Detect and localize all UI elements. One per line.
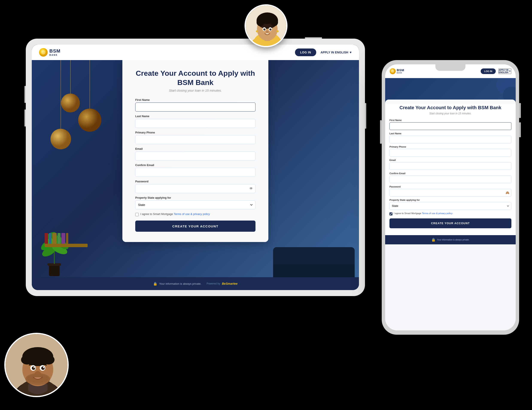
tablet-device: BSM BANK LOG IN APPLY IN ENGLISH ▼ Creat…	[26, 39, 365, 296]
tablet-confirm-email-input[interactable]	[135, 168, 256, 177]
svg-point-12	[263, 28, 266, 30]
phone-logo-icon	[390, 68, 396, 75]
tablet-create-account-button[interactable]: CREATE YOUR ACCOUNT	[135, 221, 256, 232]
svg-point-14	[265, 28, 265, 29]
svg-point-55	[32, 366, 35, 370]
tablet-screen: BSM BANK LOG IN APPLY IN ENGLISH ▼ Creat…	[32, 45, 359, 290]
svg-point-13	[269, 28, 272, 30]
tablet-first-name-input[interactable]	[135, 102, 256, 112]
tablet-logo: BSM BANK	[39, 48, 61, 57]
tablet-last-name-label: Last Name	[135, 115, 256, 118]
phone-apply-button[interactable]: APPLY IN ENGLISH ▼	[498, 68, 511, 74]
tablet-password-label: Password	[135, 180, 256, 183]
phone-volume-button	[519, 122, 521, 137]
tablet-privacy-text: Your information is always private.	[159, 282, 201, 285]
tablet-phone-label: Primary Phone	[135, 131, 256, 134]
phone-privacy-text: Your information is always private.	[437, 239, 469, 241]
phone-first-name-input[interactable]	[390, 122, 511, 130]
svg-point-38	[391, 70, 394, 73]
phone-form-subtitle: Start closing your loan in 15 minutes.	[390, 112, 511, 115]
phone-create-account-button[interactable]: CREATE YOUR ACCOUNT	[390, 218, 511, 228]
phone-side-button	[380, 120, 382, 144]
svg-point-24	[50, 129, 71, 149]
phone-email-input[interactable]	[390, 162, 511, 170]
avatar-man	[4, 333, 69, 397]
tablet-form-title: Create Your Account to Apply with BSM Ba…	[135, 69, 256, 87]
brand-bank: BANK	[49, 54, 61, 56]
tablet-password-wrap: 👁	[135, 184, 256, 193]
tablet-login-button[interactable]: LOG IN	[295, 48, 316, 56]
tablet-navbar: BSM BANK LOG IN APPLY IN ENGLISH ▼	[32, 45, 359, 60]
svg-point-16	[266, 31, 269, 33]
tablet-state-label: Property State applying for	[135, 196, 256, 199]
avatar-woman	[245, 4, 287, 47]
tablet-powered-label: Powered by	[207, 282, 220, 285]
decorative-lamps	[49, 60, 118, 167]
phone-screen: BSM BANK LOG IN APPLY IN ENGLISH ▼	[385, 64, 516, 330]
phone-confirm-email-label: Confirm Email	[390, 172, 511, 175]
phone-form-title: Create Your Account to Apply with BSM Ba…	[390, 105, 511, 111]
tablet-right-button	[365, 103, 366, 129]
phone-form-card: Create Your Account to Apply with BSM Ba…	[385, 100, 516, 235]
tablet-confirm-email-label: Confirm Email	[135, 163, 256, 167]
phone-logo-text: BSM BANK	[397, 68, 404, 74]
svg-point-58	[43, 367, 44, 368]
svg-point-18	[276, 30, 279, 32]
phone-brand-name: BSM	[397, 68, 404, 72]
phone-terms-link[interactable]: Terms of use & privacy policy	[422, 212, 452, 214]
phone-first-name-group: First Name	[390, 119, 511, 130]
phone-password-wrap: 🙈	[390, 189, 511, 196]
phone-state-select[interactable]: State California Texas New York	[390, 202, 511, 210]
phone-last-name-label: Last Name	[390, 132, 511, 135]
tablet-email-label: Email	[135, 147, 256, 150]
phone-password-label: Password	[390, 185, 511, 188]
svg-rect-25	[49, 264, 60, 276]
phone-bottom-bar: 🔒 Your information is always private.	[385, 235, 516, 244]
brand-name: BSM	[49, 48, 61, 54]
tablet-apply-button[interactable]: APPLY IN ENGLISH ▼	[321, 51, 352, 54]
phone-terms-row: I agree to Smart Mortgage Terms of use &…	[390, 212, 511, 215]
tablet-terms-checkbox[interactable]	[135, 213, 139, 216]
phone-password-toggle-icon[interactable]: 🙈	[506, 191, 509, 194]
tablet-power-button	[305, 37, 322, 39]
tablet-email-input[interactable]	[135, 151, 256, 160]
tablet-last-name-input[interactable]	[135, 119, 256, 128]
tablet-password-input[interactable]	[135, 184, 256, 193]
logo-icon	[39, 48, 48, 57]
tablet-confirm-email-group: Confirm Email	[135, 163, 256, 177]
phone-nav-actions: LOG IN APPLY IN ENGLISH ▼	[481, 68, 511, 74]
tablet-form-subtitle: Start closing your loan in 15 minutes.	[135, 89, 256, 92]
shelf-decoration	[45, 244, 88, 247]
phone-confirm-email-input[interactable]	[390, 176, 511, 183]
phone-terms-checkbox[interactable]	[390, 212, 392, 215]
phone-state-group: Property State applying for State Califo…	[390, 199, 511, 210]
tablet-password-group: Password 👁	[135, 180, 256, 193]
phone-password-input[interactable]	[390, 189, 511, 196]
tablet-password-toggle-icon[interactable]: 👁	[249, 187, 253, 191]
svg-point-57	[33, 367, 35, 368]
phone-phone-input[interactable]	[390, 149, 511, 157]
tablet-volume-up	[24, 86, 26, 103]
phone-login-button[interactable]: LOG IN	[481, 68, 496, 74]
phone-phone-label: Primary Phone	[390, 145, 511, 148]
tablet-email-group: Email	[135, 147, 256, 160]
phone-first-name-label: First Name	[390, 119, 511, 121]
logo-text-block: BSM BANK	[49, 48, 61, 56]
tablet-phone-group: Primary Phone	[135, 131, 256, 144]
tablet-state-select[interactable]: State California Texas New York	[135, 200, 256, 209]
tablet-first-name-group: First Name	[135, 98, 256, 112]
tablet-nav-actions: LOG IN APPLY IN ENGLISH ▼	[295, 48, 352, 56]
svg-point-22	[78, 109, 101, 132]
svg-point-17	[256, 30, 258, 32]
phone-password-group: Password 🙈	[390, 185, 511, 196]
phone-power-button	[519, 103, 521, 118]
phone-last-name-group: Last Name	[390, 132, 511, 143]
tablet-state-group: Property State applying for State Califo…	[135, 196, 256, 209]
tablet-phone-input[interactable]	[135, 135, 256, 144]
phone-email-group: Email	[390, 159, 511, 170]
phone-last-name-input[interactable]	[390, 136, 511, 143]
svg-point-20	[61, 93, 80, 112]
tablet-terms-link[interactable]: Terms of use & privacy policy	[174, 212, 210, 216]
tablet-volume-down	[24, 109, 26, 127]
scene: BSM BANK LOG IN APPLY IN ENGLISH ▼ Creat…	[0, 0, 532, 410]
